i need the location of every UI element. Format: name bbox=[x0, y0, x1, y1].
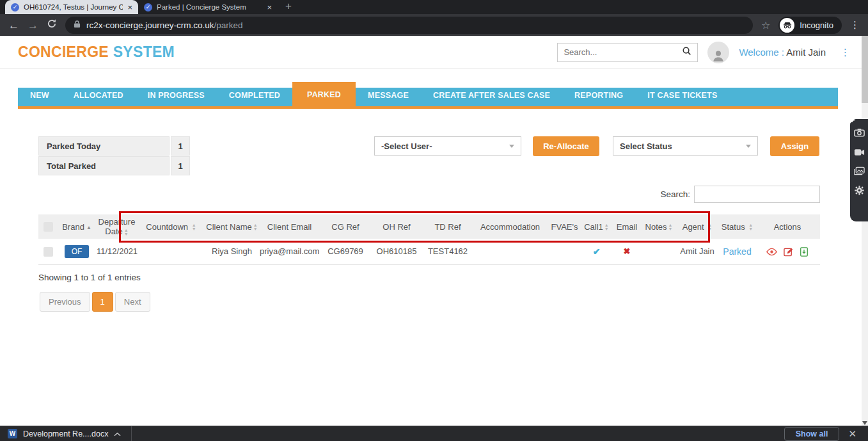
td-ref-cell: TEST4162 bbox=[422, 239, 473, 264]
client-name-cell: Riya Singh bbox=[205, 239, 259, 264]
col-status[interactable]: Status ▲▼ bbox=[720, 214, 755, 239]
nav-tab-reporting[interactable]: REPORTING bbox=[562, 85, 635, 106]
page-1-button[interactable]: 1 bbox=[92, 292, 113, 312]
col-brand[interactable]: Brand▲ bbox=[58, 214, 96, 239]
user-select[interactable]: -Select User- bbox=[374, 136, 521, 156]
global-search-input[interactable] bbox=[564, 47, 682, 57]
col-actions: Actions bbox=[755, 214, 820, 239]
main-nav: NEW ALLOCATED IN PROGRESS COMPLETED PARK… bbox=[18, 88, 838, 109]
nav-tab-create-after-sales-case[interactable]: CREATE AFTER SALES CASE bbox=[421, 85, 562, 106]
next-page-button[interactable]: Next bbox=[115, 292, 150, 312]
url-host: rc2x-concierge.journey-crm.co.uk bbox=[86, 20, 214, 30]
tab-strip: ✓ OH610724, Testus | Journey CRM × ✓ Par… bbox=[0, 0, 868, 14]
status-cell: Parked bbox=[720, 239, 755, 264]
url-path: /parked bbox=[214, 20, 243, 30]
nav-tab-it-case-tickets[interactable]: IT CASE TICKETS bbox=[635, 85, 729, 106]
tab1-close-icon[interactable]: × bbox=[127, 3, 132, 12]
call-check-icon: ✔ bbox=[593, 246, 601, 257]
pin-icon[interactable] bbox=[848, 116, 856, 127]
countdown-cell bbox=[138, 239, 205, 264]
reallocate-button[interactable]: Re-Allocate bbox=[533, 136, 599, 156]
previous-page-button[interactable]: Previous bbox=[40, 292, 90, 312]
tab2-title: Parked | Concierge System bbox=[157, 3, 262, 11]
browser-window: ✓ OH610724, Testus | Journey CRM × ✓ Par… bbox=[0, 0, 868, 441]
user-menu-icon[interactable]: ⋮ bbox=[840, 47, 850, 58]
stat-row-parked-today: Parked Today 1 bbox=[38, 136, 190, 156]
table-search: Search: bbox=[660, 186, 820, 203]
show-all-button[interactable]: Show all bbox=[784, 427, 840, 441]
lock-icon bbox=[74, 19, 81, 31]
view-eye-icon[interactable] bbox=[764, 246, 779, 256]
stat-row-total-parked: Total Parked 1 bbox=[38, 156, 190, 175]
export-file-icon[interactable] bbox=[798, 246, 810, 256]
nav-tab-message[interactable]: MESSAGE bbox=[356, 85, 421, 106]
row-checkbox[interactable] bbox=[43, 247, 53, 257]
page-scrollbar[interactable] bbox=[862, 36, 868, 426]
downloads-bar: W Development Re....docx Show all ✕ bbox=[0, 426, 868, 441]
status-badge: Parked bbox=[723, 246, 751, 257]
cg-ref-cell: CG69769 bbox=[320, 239, 371, 264]
oh-ref-cell: OH610185 bbox=[371, 239, 422, 264]
stats-table: Parked Today 1 Total Parked 1 bbox=[38, 136, 190, 176]
bookmark-star-icon[interactable]: ☆ bbox=[761, 19, 770, 31]
email-cross-icon: ✖ bbox=[624, 246, 631, 256]
brand-badge: OF bbox=[65, 245, 90, 258]
accommodation-cell bbox=[473, 239, 547, 264]
camera-icon[interactable] bbox=[854, 128, 865, 140]
row-select-cell[interactable] bbox=[38, 239, 58, 264]
sort-asc-icon: ▲ bbox=[86, 225, 91, 230]
tab1-title: OH610724, Testus | Journey CRM bbox=[24, 3, 123, 11]
nav-tab-parked[interactable]: PARKED bbox=[292, 82, 356, 106]
select-all-header[interactable] bbox=[38, 214, 58, 239]
brand-cell: OF bbox=[58, 239, 96, 264]
gear-icon[interactable] bbox=[855, 186, 864, 198]
entries-summary: Showing 1 to 1 of 1 entries bbox=[38, 273, 141, 282]
table-search-label: Search: bbox=[660, 189, 690, 199]
nav-tab-allocated[interactable]: ALLOCATED bbox=[61, 85, 136, 106]
nav-tab-new[interactable]: NEW bbox=[18, 85, 61, 106]
reload-icon[interactable] bbox=[47, 19, 57, 31]
downloads-close-icon[interactable]: ✕ bbox=[848, 428, 856, 440]
video-camera-icon[interactable] bbox=[854, 147, 865, 159]
new-tab-button[interactable]: + bbox=[285, 0, 292, 13]
status-select[interactable]: Select Status bbox=[613, 136, 758, 156]
edit-icon[interactable] bbox=[782, 246, 795, 256]
call-cell: ✔ bbox=[582, 239, 611, 264]
scrollbar-down-arrow-icon[interactable] bbox=[862, 421, 867, 425]
browser-toolbar: ← → rc2x-concierge.journey-crm.co.uk/par… bbox=[0, 14, 868, 36]
assign-button[interactable]: Assign bbox=[770, 136, 819, 156]
nav-tab-in-progress[interactable]: IN PROGRESS bbox=[136, 85, 217, 106]
avatar[interactable] bbox=[707, 42, 729, 63]
url-bar[interactable]: rc2x-concierge.journey-crm.co.uk/parked bbox=[65, 17, 753, 34]
app-header: CONCIERGE SYSTEM Welcome : Amit Jain ⋮ bbox=[0, 36, 868, 69]
chevron-up-icon[interactable] bbox=[114, 429, 121, 438]
forward-icon[interactable]: → bbox=[28, 20, 38, 31]
actions-cell bbox=[755, 239, 820, 264]
departure-date-cell: 11/12/2021 bbox=[96, 239, 138, 264]
gallery-icon[interactable] bbox=[854, 166, 865, 178]
notes-cell bbox=[643, 239, 675, 264]
global-search-box bbox=[557, 43, 698, 62]
browser-tab-1[interactable]: ✓ OH610724, Testus | Journey CRM × bbox=[5, 0, 138, 14]
scrollbar-thumb[interactable] bbox=[862, 36, 868, 103]
table-row: OF 11/12/2021 Riya Singh priya@mail.com … bbox=[38, 239, 820, 264]
tab2-close-icon[interactable]: × bbox=[267, 3, 272, 12]
chevron-down-icon bbox=[509, 145, 514, 148]
browser-menu-icon[interactable]: ⋮ bbox=[850, 19, 860, 31]
search-icon[interactable] bbox=[682, 46, 691, 58]
chevron-down-icon bbox=[746, 145, 751, 148]
fvaes-cell bbox=[547, 239, 582, 264]
back-icon[interactable]: ← bbox=[8, 20, 19, 31]
table-search-input[interactable] bbox=[694, 186, 820, 203]
pagination: Previous 1 Next bbox=[40, 292, 150, 312]
incognito-label: Incognito bbox=[800, 20, 833, 30]
download-item[interactable]: W Development Re....docx bbox=[8, 429, 121, 438]
browser-tab-2[interactable]: ✓ Parked | Concierge System × bbox=[138, 0, 278, 14]
incognito-icon bbox=[780, 18, 794, 33]
select-all-checkbox[interactable] bbox=[43, 222, 53, 232]
sort-icon: ▲▼ bbox=[748, 223, 753, 231]
download-file-name: Development Re....docx bbox=[23, 429, 108, 438]
nav-tab-completed[interactable]: COMPLETED bbox=[217, 85, 292, 106]
total-parked-count: 1 bbox=[171, 156, 190, 175]
welcome-text: Welcome : Amit Jain bbox=[739, 47, 826, 58]
